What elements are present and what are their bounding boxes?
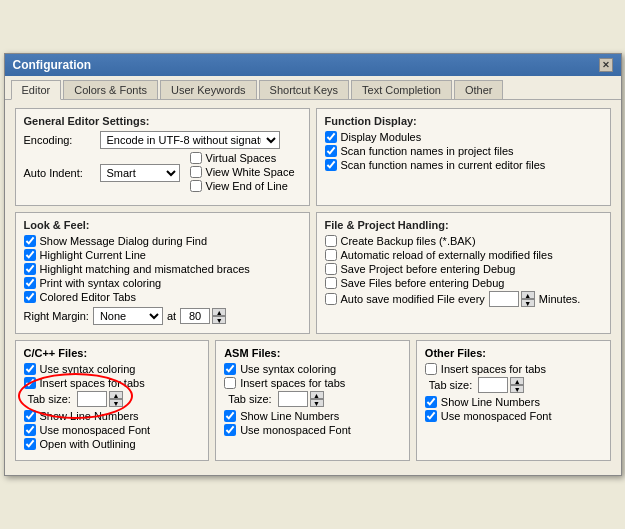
- scan-current-label: Scan function names in current editor fi…: [341, 159, 546, 171]
- tab-other[interactable]: Other: [454, 80, 504, 99]
- scan-project-row: Scan function names in project files: [325, 145, 602, 157]
- encoding-row: Encoding: Encode in UTF-8 without signat…: [24, 131, 301, 149]
- cc-open-outlining-label: Open with Outlining: [40, 438, 136, 450]
- view-white-space-checkbox[interactable]: [190, 166, 202, 178]
- virtual-spaces-label: Virtual Spaces: [206, 152, 277, 164]
- view-end-of-line-checkbox[interactable]: [190, 180, 202, 192]
- margin-at-spin-up[interactable]: ▲: [212, 308, 226, 316]
- colored-editor-tabs-row: Colored Editor Tabs: [24, 291, 301, 303]
- other-insert-spaces-checkbox[interactable]: [425, 363, 437, 375]
- right-margin-row: Right Margin: None at 80 ▲ ▼: [24, 307, 301, 325]
- save-files-debug-row: Save Files before entering Debug: [325, 277, 602, 289]
- tab-user-keywords[interactable]: User Keywords: [160, 80, 257, 99]
- tab-colors-fonts[interactable]: Colors & Fonts: [63, 80, 158, 99]
- auto-save-checkbox[interactable]: [325, 293, 337, 305]
- other-tab-spin-up[interactable]: ▲: [510, 377, 524, 385]
- cc-open-outlining-checkbox[interactable]: [24, 438, 36, 450]
- asm-use-monospaced-checkbox[interactable]: [224, 424, 236, 436]
- print-syntax-checkbox[interactable]: [24, 277, 36, 289]
- configuration-window: Configuration ✕ Editor Colors & Fonts Us…: [4, 53, 622, 476]
- cc-insert-spaces-checkbox[interactable]: [24, 377, 36, 389]
- auto-indent-select[interactable]: Smart: [100, 164, 180, 182]
- show-message-dialog-checkbox[interactable]: [24, 235, 36, 247]
- other-tab-size-row: Tab size: 4 ▲ ▼: [429, 377, 602, 393]
- virtual-spaces-checkbox[interactable]: [190, 152, 202, 164]
- highlight-matching-label: Highlight matching and mismatched braces: [40, 263, 250, 275]
- save-project-debug-checkbox[interactable]: [325, 263, 337, 275]
- scan-current-checkbox[interactable]: [325, 159, 337, 171]
- margin-at-input[interactable]: 80: [180, 308, 210, 324]
- title-bar: Configuration ✕: [5, 54, 621, 76]
- cc-files-label: C/C++ Files:: [24, 347, 201, 359]
- auto-indent-row: Auto Indent: Smart Virtual Spaces View W…: [24, 152, 301, 194]
- other-tab-size-input[interactable]: 4: [478, 377, 508, 393]
- other-show-line-numbers-checkbox[interactable]: [425, 396, 437, 408]
- highlight-matching-checkbox[interactable]: [24, 263, 36, 275]
- auto-save-row: Auto save modified File every 5 ▲ ▼ Minu…: [325, 291, 602, 307]
- other-show-line-numbers-row: Show Line Numbers: [425, 396, 602, 408]
- general-editor-label: General Editor Settings:: [24, 115, 301, 127]
- asm-tab-size-buttons: ▲ ▼: [310, 391, 324, 407]
- print-syntax-label: Print with syntax coloring: [40, 277, 162, 289]
- cc-tab-spin-down[interactable]: ▼: [109, 399, 123, 407]
- cc-show-line-numbers-label: Show Line Numbers: [40, 410, 139, 422]
- other-tab-spin-down[interactable]: ▼: [510, 385, 524, 393]
- right-margin-select[interactable]: None: [93, 307, 163, 325]
- other-insert-spaces-row: Insert spaces for tabs: [425, 363, 602, 375]
- other-show-line-numbers-label: Show Line Numbers: [441, 396, 540, 408]
- scan-current-row: Scan function names in current editor fi…: [325, 159, 602, 171]
- close-button[interactable]: ✕: [599, 58, 613, 72]
- auto-reload-checkbox[interactable]: [325, 249, 337, 261]
- auto-save-input[interactable]: 5: [489, 291, 519, 307]
- save-project-debug-row: Save Project before entering Debug: [325, 263, 602, 275]
- other-use-monospaced-checkbox[interactable]: [425, 410, 437, 422]
- asm-tab-spin-up[interactable]: ▲: [310, 391, 324, 399]
- display-modules-checkbox[interactable]: [325, 131, 337, 143]
- asm-show-line-numbers-checkbox[interactable]: [224, 410, 236, 422]
- create-backup-row: Create Backup files (*.BAK): [325, 235, 602, 247]
- asm-tab-size-row: Tab size: 4 ▲ ▼: [228, 391, 401, 407]
- asm-use-syntax-checkbox[interactable]: [224, 363, 236, 375]
- highlight-current-line-checkbox[interactable]: [24, 249, 36, 261]
- display-modules-label: Display Modules: [341, 131, 422, 143]
- cc-tab-spin-up[interactable]: ▲: [109, 391, 123, 399]
- function-display-label: Function Display:: [325, 115, 602, 127]
- cc-show-line-numbers-checkbox[interactable]: [24, 410, 36, 422]
- tab-text-completion[interactable]: Text Completion: [351, 80, 452, 99]
- auto-save-spin-down[interactable]: ▼: [521, 299, 535, 307]
- encoding-label: Encoding:: [24, 134, 94, 146]
- cc-tab-size-input[interactable]: 4: [77, 391, 107, 407]
- middle-sections: Look & Feel: Show Message Dialog during …: [15, 212, 611, 340]
- cc-insert-spaces-label: Insert spaces for tabs: [40, 377, 145, 389]
- print-syntax-row: Print with syntax coloring: [24, 277, 301, 289]
- tab-editor[interactable]: Editor: [11, 80, 62, 100]
- margin-at-spin-down[interactable]: ▼: [212, 316, 226, 324]
- save-files-debug-checkbox[interactable]: [325, 277, 337, 289]
- cc-show-line-numbers-row: Show Line Numbers: [24, 410, 201, 422]
- cc-use-syntax-label: Use syntax coloring: [40, 363, 136, 375]
- cc-use-monospaced-checkbox[interactable]: [24, 424, 36, 436]
- scan-project-checkbox[interactable]: [325, 145, 337, 157]
- asm-use-syntax-row: Use syntax coloring: [224, 363, 401, 375]
- margin-at-spinner-buttons: ▲ ▼: [212, 308, 226, 324]
- tab-shortcut-keys[interactable]: Shortcut Keys: [259, 80, 349, 99]
- cc-tab-size-label: Tab size:: [28, 393, 71, 405]
- view-end-of-line-row: View End of Line: [190, 180, 295, 192]
- asm-files-label: ASM Files:: [224, 347, 401, 359]
- highlight-current-line-label: Highlight Current Line: [40, 249, 146, 261]
- encoding-select[interactable]: Encode in UTF-8 without signature: [100, 131, 280, 149]
- minutes-label: Minutes.: [539, 293, 581, 305]
- create-backup-checkbox[interactable]: [325, 235, 337, 247]
- cc-use-syntax-checkbox[interactable]: [24, 363, 36, 375]
- asm-tab-size-input[interactable]: 4: [278, 391, 308, 407]
- other-tab-size-label: Tab size:: [429, 379, 472, 391]
- auto-save-spin-up[interactable]: ▲: [521, 291, 535, 299]
- asm-use-syntax-label: Use syntax coloring: [240, 363, 336, 375]
- asm-insert-spaces-row: Insert spaces for tabs: [224, 377, 401, 389]
- asm-insert-spaces-checkbox[interactable]: [224, 377, 236, 389]
- other-use-monospaced-label: Use monospaced Font: [441, 410, 552, 422]
- create-backup-label: Create Backup files (*.BAK): [341, 235, 476, 247]
- colored-editor-tabs-checkbox[interactable]: [24, 291, 36, 303]
- asm-tab-spin-down[interactable]: ▼: [310, 399, 324, 407]
- cc-files-section: C/C++ Files: Use syntax coloring Insert …: [15, 340, 210, 461]
